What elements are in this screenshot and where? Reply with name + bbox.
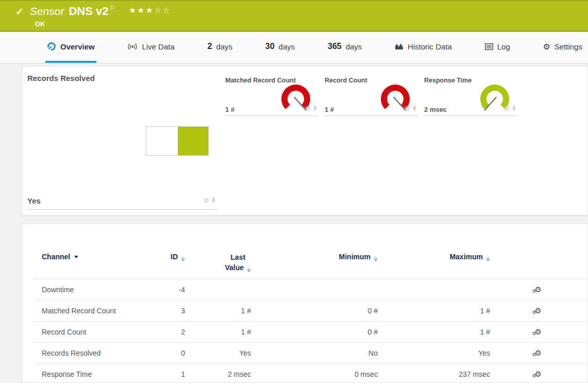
broadcast-icon [127, 43, 138, 51]
channel-id: 0 [145, 349, 185, 357]
channel-id: 2 [145, 328, 185, 336]
tab-log[interactable]: Log [483, 32, 512, 63]
gauge-tile-record-count: Record Count 1 # ⚙ [325, 77, 418, 116]
channel-name[interactable]: Record Count [42, 328, 145, 336]
sort-arrows-icon [181, 257, 185, 261]
gear-icon: ⚙ [543, 42, 550, 52]
area-chart-icon [395, 43, 404, 50]
tile-gear-icon[interactable]: ⚙ [503, 105, 510, 112]
gauge-icon [47, 42, 56, 51]
records-resolved-mini-chart [146, 126, 209, 156]
divider [26, 209, 218, 210]
channel-last-value: Yes [185, 349, 251, 357]
sensor-type-label: Sensor [30, 5, 64, 18]
tile-pin-icon[interactable] [512, 105, 516, 112]
tile-pin-icon[interactable] [313, 105, 317, 112]
channel-name[interactable]: Records Resolved [42, 349, 145, 357]
channel-id: 3 [145, 307, 185, 315]
channel-name[interactable]: Response Time [42, 370, 145, 378]
channel-minimum: No [251, 349, 378, 357]
channel-maximum: Yes [378, 349, 490, 357]
channel-maximum: 237 msec [378, 370, 490, 378]
tab-overview[interactable]: Overview [45, 32, 96, 63]
tab-live-data[interactable]: Live Data [126, 32, 176, 63]
primary-channel-tile: Records Resolved Yes ⚙ [22, 66, 225, 215]
channel-name[interactable]: Downtime [42, 286, 145, 294]
channel-id: 1 [145, 370, 185, 378]
column-header-label: Maximum [449, 253, 483, 261]
channel-minimum: 0 # [251, 328, 378, 336]
tab-number: 30 [265, 42, 275, 51]
tile-gear-icon[interactable]: ⚙ [404, 105, 410, 112]
table-row-records-resolved: Records Resolved 0 Yes No Yes ⚙⚙ [22, 343, 587, 363]
tile-gear-icon[interactable]: ⚙ [305, 105, 311, 112]
tab-historic-data[interactable]: Historic Data [393, 32, 453, 63]
stars-filled[interactable]: ★★★ [129, 6, 154, 14]
tile-pin-icon[interactable] [412, 105, 417, 112]
divider [424, 115, 517, 116]
tab-number: 2 [208, 42, 212, 51]
primary-channel-value: Yes [27, 196, 41, 205]
tab-label: days [279, 42, 295, 51]
priority-rating[interactable]: ★★★☆☆ [129, 6, 171, 15]
tab-number: 365 [328, 42, 342, 51]
tab-label: Settings [555, 42, 582, 51]
table-row-downtime: Downtime -4 ⚙⚙ [22, 279, 587, 300]
tab-30-days[interactable]: 30 days [264, 32, 296, 63]
flag-icon[interactable]: ⚐ [110, 4, 116, 12]
table-row-matched-record-count: Matched Record Count 3 1 # 0 # 1 # ⚙⚙ [22, 301, 587, 321]
gauge-tile-matched-record-count: Matched Record Count 1 # ⚙ [225, 77, 318, 116]
channel-last-value: 2 msec [185, 370, 251, 378]
tab-2-days[interactable]: 2 days [206, 32, 234, 63]
column-header-id[interactable]: ID [145, 253, 185, 261]
sort-arrows-icon [486, 257, 490, 261]
mini-chart-segment-green [178, 127, 208, 155]
tab-365-days[interactable]: 365 days [326, 32, 363, 63]
channel-minimum: 0 # [251, 307, 378, 315]
channel-maximum: 1 # [378, 307, 490, 315]
channel-settings-icon[interactable]: ⚙⚙ [532, 328, 542, 336]
channel-settings-icon[interactable]: ⚙⚙ [532, 370, 542, 378]
gauge-value: 1 # [325, 106, 334, 113]
column-header-minimum[interactable]: Minimum [251, 253, 378, 261]
sort-arrows-icon [247, 268, 251, 272]
overview-panel: Records Resolved Yes ⚙ Matched Record Co… [22, 66, 588, 215]
channel-settings-icon[interactable]: ⚙⚙ [532, 286, 542, 294]
tab-label: Live Data [142, 42, 174, 51]
column-header-label: Value [225, 263, 244, 272]
status-check-icon: ✓ [15, 6, 24, 18]
channel-name[interactable]: Matched Record Count [42, 307, 145, 315]
channel-maximum: 1 # [378, 328, 490, 336]
tab-label: Log [497, 42, 510, 51]
gauge-title: Record Count [325, 77, 367, 84]
sort-arrows-icon [374, 257, 378, 261]
gauge-title: Response Time [424, 77, 472, 84]
log-icon [485, 43, 493, 50]
channel-last-value: 1 # [185, 307, 251, 315]
primary-tile-title: Records Resolved [27, 74, 95, 82]
column-header-last-value[interactable]: LastValue [185, 253, 251, 273]
sensor-name: DNS v2 [69, 5, 108, 18]
tab-label: days [216, 42, 232, 51]
tab-label: Overview [60, 42, 95, 51]
column-header-maximum[interactable]: Maximum [378, 253, 490, 261]
sort-caret-icon [74, 256, 78, 258]
tab-settings[interactable]: ⚙ Settings [541, 32, 584, 63]
column-header-label: Channel [42, 253, 70, 261]
mini-chart-segment-white [146, 127, 178, 155]
channels-table-panel: Channel ID LastValue Minimum Maximum Dow… [22, 223, 588, 383]
sensor-status-header: ✓ Sensor DNS v2 ⚐ ★★★☆☆ OK [0, 0, 588, 32]
column-header-channel[interactable]: Channel [42, 253, 145, 261]
channel-settings-icon[interactable]: ⚙⚙ [532, 349, 542, 357]
stars-empty[interactable]: ☆☆ [155, 6, 172, 14]
channel-settings-icon[interactable]: ⚙⚙ [532, 307, 542, 315]
gauge-tile-response-time: Response Time 2 msec ⚙ [424, 77, 517, 116]
table-row-response-time: Response Time 1 2 msec 0 msec 237 msec ⚙… [22, 364, 587, 383]
tab-label: Historic Data [408, 42, 452, 51]
table-header-row: Channel ID LastValue Minimum Maximum [22, 224, 587, 279]
column-header-label: Minimum [339, 253, 371, 261]
tile-gear-icon[interactable]: ⚙ [203, 197, 209, 204]
tile-pin-icon[interactable] [211, 197, 216, 204]
tab-bar: Overview Live Data 2 days 30 days 365 da… [0, 32, 588, 63]
gauge-value: 2 msec [424, 106, 447, 113]
